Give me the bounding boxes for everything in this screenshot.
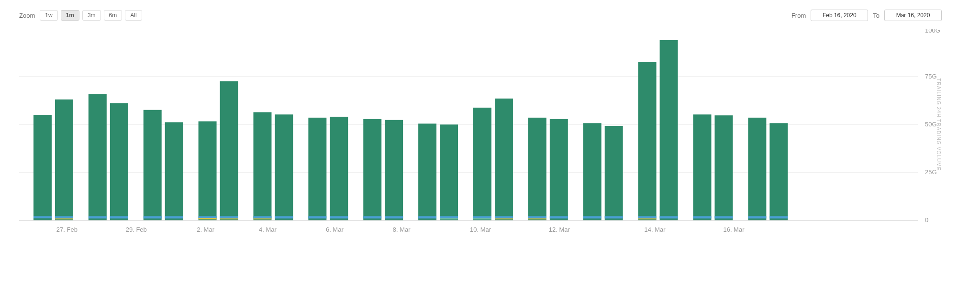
from-label: From — [791, 12, 806, 19]
bar-accent — [55, 216, 73, 219]
to-date-input[interactable] — [884, 10, 942, 21]
bar-accent — [275, 216, 293, 219]
bar — [473, 108, 491, 220]
bar — [714, 115, 733, 220]
bar-accent — [110, 216, 128, 219]
bar-accent — [165, 216, 183, 219]
bar-accent — [440, 216, 458, 219]
svg-text:6. Mar: 6. Mar — [326, 226, 344, 233]
from-date-input[interactable] — [811, 10, 868, 21]
svg-text:2. Mar: 2. Mar — [197, 226, 215, 233]
bar-accent — [220, 216, 238, 219]
bar — [33, 115, 52, 220]
bar-accent — [363, 216, 381, 219]
bar-accent2 — [473, 218, 491, 219]
bar-accent — [330, 216, 348, 219]
bar — [308, 118, 326, 220]
bar — [165, 122, 183, 220]
bar-accent2 — [253, 218, 271, 219]
bar-accent2 — [638, 218, 657, 219]
bar-accent — [385, 216, 403, 219]
bar — [253, 112, 271, 220]
bar — [110, 103, 128, 220]
chart-container: Zoom 1w 1m 3m 6m All From To 0 25G 50G 7 — [0, 0, 980, 304]
bar — [385, 120, 403, 221]
bar — [440, 124, 458, 220]
bar — [199, 121, 217, 220]
svg-text:14. Mar: 14. Mar — [645, 226, 666, 233]
bar-accent2 — [199, 218, 217, 219]
zoom-controls: Zoom 1w 1m 3m 6m All — [19, 10, 142, 21]
svg-text:8. Mar: 8. Mar — [393, 226, 411, 233]
bar-accent — [583, 216, 601, 219]
bar — [275, 114, 293, 220]
svg-text:75G: 75G — [925, 73, 937, 80]
zoom-1w-button[interactable]: 1w — [40, 10, 57, 21]
to-label: To — [873, 12, 880, 19]
bar — [220, 81, 238, 221]
bar — [605, 126, 623, 220]
bar-accent — [199, 216, 217, 218]
bar-accent — [33, 216, 52, 219]
bar — [550, 119, 568, 221]
bar — [495, 99, 513, 220]
bar — [418, 124, 436, 220]
bar — [528, 118, 546, 220]
bar-accent — [495, 216, 513, 219]
svg-text:27. Feb: 27. Feb — [56, 226, 78, 233]
bar — [363, 119, 381, 221]
bar-accent — [638, 216, 657, 219]
bar — [144, 110, 162, 221]
bar-accent2 — [528, 218, 546, 219]
zoom-label: Zoom — [19, 12, 35, 19]
bar — [55, 100, 73, 221]
bar-accent2 — [33, 218, 52, 219]
bar-accent — [253, 216, 271, 219]
bar-accent2 — [55, 218, 73, 219]
bar-accent — [473, 216, 491, 219]
bar-accent — [769, 216, 788, 219]
date-controls: From To — [791, 10, 942, 21]
bar-accent — [550, 216, 568, 219]
svg-text:50G: 50G — [925, 121, 937, 128]
bar-accent — [418, 216, 436, 219]
bar-accent — [693, 216, 712, 219]
bar — [330, 117, 348, 220]
svg-text:29. Feb: 29. Feb — [126, 226, 147, 233]
zoom-6m-button[interactable]: 6m — [104, 10, 122, 21]
svg-text:12. Mar: 12. Mar — [549, 226, 570, 233]
bar-accent — [605, 216, 623, 219]
bar-accent — [528, 216, 546, 219]
bar — [89, 94, 107, 220]
bar-accent — [748, 216, 766, 219]
svg-text:10. Mar: 10. Mar — [470, 226, 491, 233]
zoom-all-button[interactable]: All — [125, 10, 142, 21]
bar — [638, 62, 657, 221]
svg-text:4. Mar: 4. Mar — [259, 226, 277, 233]
svg-text:0: 0 — [925, 217, 928, 224]
zoom-1m-button[interactable]: 1m — [61, 10, 79, 21]
svg-text:25G: 25G — [925, 169, 937, 176]
svg-text:TRAILING 24H TRADING VOLUME: TRAILING 24H TRADING VOLUME — [936, 79, 942, 171]
zoom-3m-button[interactable]: 3m — [82, 10, 101, 21]
bar — [748, 118, 766, 220]
bar-accent — [714, 216, 733, 219]
bar — [693, 114, 712, 220]
bar-accent2 — [440, 218, 458, 219]
chart-area: 0 25G 50G 75G 100G — [19, 29, 942, 270]
bar-accent — [89, 216, 107, 219]
svg-text:16. Mar: 16. Mar — [723, 226, 745, 233]
top-controls: Zoom 1w 1m 3m 6m All From To — [19, 10, 942, 21]
bar-accent — [660, 216, 678, 219]
bar-accent — [308, 216, 326, 219]
bar — [583, 123, 601, 220]
bar-accent2 — [220, 218, 238, 219]
bar-chart: 0 25G 50G 75G 100G — [19, 29, 942, 270]
bar-accent2 — [495, 218, 513, 219]
bar — [769, 123, 788, 220]
bar — [660, 40, 678, 220]
svg-text:100G: 100G — [925, 29, 940, 34]
bar-accent — [144, 216, 162, 219]
